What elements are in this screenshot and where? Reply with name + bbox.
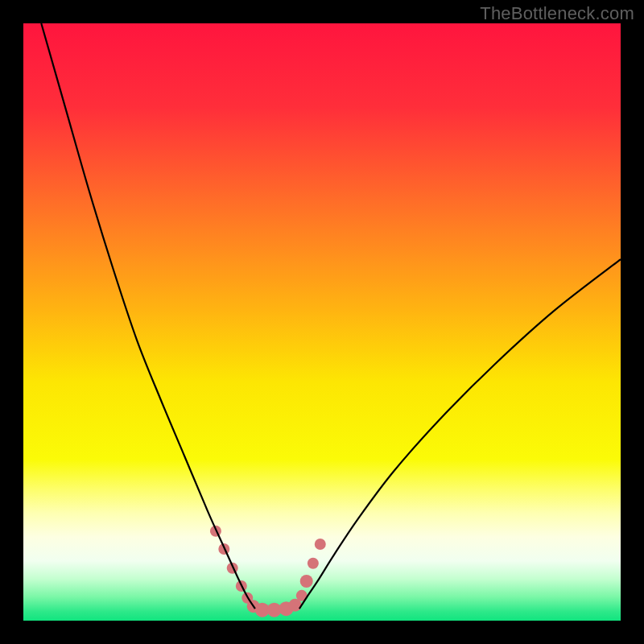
floor-dots-group bbox=[210, 526, 326, 617]
floor-dot bbox=[315, 539, 326, 550]
watermark-text: TheBottleneck.com bbox=[480, 3, 634, 24]
curve-layer bbox=[23, 23, 621, 621]
outer-frame: TheBottleneck.com bbox=[0, 0, 644, 644]
floor-dot bbox=[300, 575, 313, 588]
right-branch-curve bbox=[299, 259, 621, 609]
floor-dot bbox=[308, 558, 319, 569]
plot-area bbox=[23, 23, 621, 621]
left-branch-curve bbox=[41, 23, 255, 609]
